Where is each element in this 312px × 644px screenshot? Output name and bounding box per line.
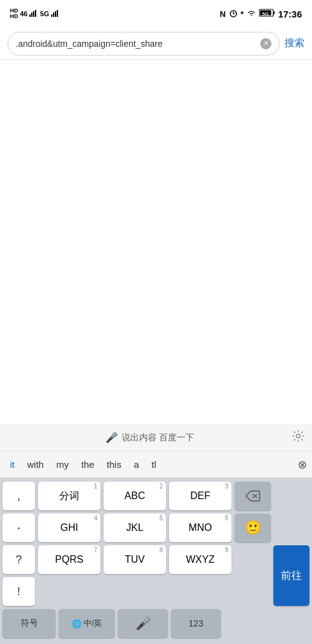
keyboard-main: , 1 分词 2 ABC 3 DEF	[0, 478, 312, 644]
key-symbol[interactable]: 符号	[2, 609, 56, 638]
clear-button[interactable]: ✕	[260, 38, 271, 49]
word-delete-icon[interactable]: ⊗	[298, 458, 307, 472]
mic-area[interactable]: 🎤 说出内容 百度一下	[7, 432, 292, 443]
status-left-icons: HDHD 46 5G	[10, 8, 60, 19]
svg-rect-7	[57, 10, 58, 17]
mic-icon: 🎤	[105, 432, 118, 443]
svg-rect-6	[55, 11, 56, 17]
key-7-pqrs[interactable]: 7 PQRS	[38, 545, 100, 574]
symbol-label: 符号	[21, 618, 38, 629]
status-right-icons: N * 5G 17:36	[220, 9, 302, 19]
key-num-6: 6	[225, 515, 228, 522]
key-rows-3-4: ? ! 7 PQRS 8 TUV 9 WXYZ	[2, 545, 310, 606]
key-emoji[interactable]: 🙂	[235, 513, 271, 542]
signal-bars-1	[29, 9, 38, 18]
search-input-text[interactable]: .android&utm_campaign=client_share	[16, 39, 260, 49]
settings-icon[interactable]	[292, 430, 305, 445]
key-row-1: , 1 分词 2 ABC 3 DEF	[2, 482, 310, 510]
key-num-4: 4	[94, 515, 97, 522]
bluetooth-icon: *	[241, 9, 244, 19]
word-suggestion-this[interactable]: this	[102, 457, 126, 472]
key-6-mno[interactable]: 6 MNO	[169, 513, 232, 542]
wifi-icon	[247, 9, 256, 19]
key-1-fenCI[interactable]: 1 分词	[38, 482, 100, 510]
main-content	[0, 60, 312, 372]
suggestion-bar: 🎤 说出内容 百度一下	[0, 424, 312, 452]
keyboard-area: 🎤 说出内容 百度一下 it with my the this a tl ⊗ ,	[0, 424, 312, 644]
network-5g: 5G	[40, 10, 49, 17]
svg-rect-0	[29, 14, 31, 17]
word-suggestion-the[interactable]: the	[76, 457, 99, 472]
svg-rect-4	[51, 14, 52, 17]
suggestion-text: 说出内容 百度一下	[122, 432, 194, 443]
key-lang[interactable]: 🌐 中/英	[59, 609, 115, 638]
key-4-ghi[interactable]: 4 GHI	[38, 513, 100, 542]
num-label: 123	[188, 618, 203, 628]
key-num-3: 3	[225, 483, 228, 490]
key-num-7: 7	[94, 547, 97, 553]
key-row-3-keys: 7 PQRS 8 TUV 9 WXYZ	[38, 545, 270, 574]
key-num-2: 2	[159, 483, 163, 490]
battery-icon: 5G	[259, 9, 275, 19]
search-bar: .android&utm_campaign=client_share ✕ 搜索	[0, 27, 312, 60]
punct-col-3: ? !	[2, 545, 35, 606]
key-2-abc[interactable]: 2 ABC	[104, 482, 166, 510]
key-bottom-row: 符号 🌐 中/英 🎤 123	[2, 609, 310, 642]
enter-label: 前往	[281, 568, 302, 583]
svg-rect-12	[273, 11, 275, 14]
punct-col-2: ·	[2, 513, 35, 542]
svg-rect-3	[35, 10, 36, 17]
word-suggestion-a[interactable]: a	[129, 457, 144, 472]
key-backspace[interactable]	[235, 482, 271, 510]
svg-rect-2	[33, 11, 34, 17]
key-enter[interactable]: 前往	[273, 545, 310, 606]
enter-spacer	[224, 609, 260, 638]
punct-key-comma[interactable]: ,	[2, 482, 35, 510]
word-suggestion-my[interactable]: my	[51, 457, 74, 472]
search-input-container[interactable]: .android&utm_campaign=client_share ✕	[7, 32, 280, 56]
svg-rect-1	[31, 12, 32, 17]
key-cols-middle: 7 PQRS 8 TUV 9 WXYZ	[38, 545, 270, 606]
key-num-8: 8	[159, 547, 163, 553]
key-num-1: 1	[94, 483, 97, 490]
key-9-wxyz[interactable]: 9 WXYZ	[169, 545, 232, 574]
key-num-5: 5	[159, 515, 163, 522]
svg-rect-5	[53, 12, 54, 17]
network-4g: 46	[20, 10, 27, 17]
svg-point-15	[296, 434, 300, 438]
key-5-jkl[interactable]: 5 JKL	[104, 513, 166, 542]
time-display: 17:36	[278, 9, 302, 19]
word-suggestion-tl[interactable]: tl	[147, 457, 162, 472]
punct-key-question[interactable]: ?	[2, 545, 35, 574]
word-suggestion-with[interactable]: with	[22, 457, 49, 472]
key-num-9: 9	[225, 547, 228, 553]
nfc-icon: N	[220, 9, 225, 19]
punct-col-1: ,	[2, 482, 35, 510]
punct-key-exclaim[interactable]: !	[2, 577, 35, 606]
svg-text:5G: 5G	[262, 11, 269, 17]
status-bar: HDHD 46 5G N * 5G 17:36	[0, 0, 312, 27]
key-mic-bottom[interactable]: 🎤	[118, 609, 168, 638]
lang-label: 中/英	[84, 618, 102, 629]
word-suggestions-bar: it with my the this a tl ⊗	[0, 452, 312, 478]
signal-bars-2	[51, 9, 60, 18]
globe-icon: 🌐	[72, 619, 82, 628]
punct-key-period[interactable]: ·	[2, 513, 35, 542]
key-row-2: · 4 GHI 5 JKL 6 MNO 🙂	[2, 513, 310, 542]
mic-bottom-icon: 🎤	[135, 616, 151, 631]
search-button[interactable]: 搜索	[285, 37, 305, 50]
alarm-icon	[229, 9, 238, 19]
word-suggestion-it[interactable]: it	[5, 457, 20, 472]
key-3-def[interactable]: 3 DEF	[169, 482, 232, 510]
hd-icon: HDHD	[10, 8, 18, 19]
emoji-icon: 🙂	[245, 520, 261, 536]
key-8-tuv[interactable]: 8 TUV	[104, 545, 166, 574]
key-num-pad[interactable]: 123	[171, 609, 221, 638]
